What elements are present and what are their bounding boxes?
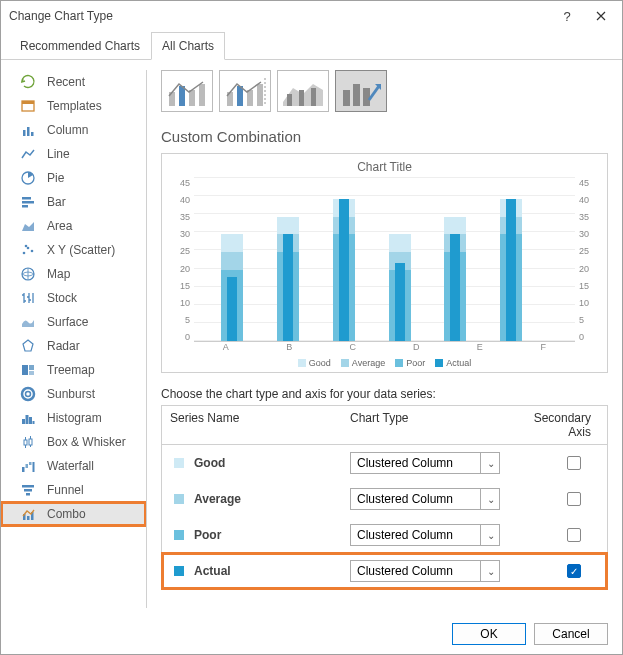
sidebar-item-label: Area: [47, 219, 138, 233]
sidebar-item-column[interactable]: Column: [1, 118, 146, 142]
subtype-clustered-line-secondary[interactable]: [219, 70, 271, 112]
chart-category-sidebar: Recent Templates Column Line Pie Bar Are…: [1, 60, 146, 618]
waterfall-icon: [19, 457, 37, 475]
histogram-icon: [19, 409, 37, 427]
secondary-axis-checkbox[interactable]: [567, 456, 581, 470]
x-axis: ABCDEF: [172, 342, 597, 352]
chart-preview: Chart Title 454035302520151050 454035302…: [161, 153, 608, 373]
chevron-down-icon: ⌄: [480, 453, 495, 473]
chart-legend: GoodAveragePoorActual: [172, 358, 597, 368]
subtype-icon: [223, 74, 267, 108]
sidebar-item-waterfall[interactable]: Waterfall: [1, 454, 146, 478]
sidebar-item-map[interactable]: Map: [1, 262, 146, 286]
header-secondary-axis: Secondary Axis: [502, 406, 607, 444]
svg-point-17: [22, 388, 34, 400]
subtype-custom-combination[interactable]: [335, 70, 387, 112]
chart-title: Chart Title: [172, 160, 597, 174]
sidebar-item-sunburst[interactable]: Sunburst: [1, 382, 146, 406]
header-series-name: Series Name: [162, 406, 342, 444]
sidebar-item-label: Column: [47, 123, 138, 137]
sidebar-item-scatter[interactable]: X Y (Scatter): [1, 238, 146, 262]
secondary-axis-checkbox[interactable]: ✓: [567, 564, 581, 578]
svg-rect-44: [299, 90, 304, 106]
sidebar-item-label: Line: [47, 147, 138, 161]
svg-rect-47: [353, 84, 360, 106]
svg-rect-33: [27, 516, 30, 520]
box-whisker-icon: [19, 433, 37, 451]
svg-rect-24: [29, 439, 32, 445]
sidebar-item-area[interactable]: Area: [1, 214, 146, 238]
svg-rect-6: [22, 197, 31, 200]
sidebar-item-label: Waterfall: [47, 459, 138, 473]
area-icon: [19, 217, 37, 235]
sidebar-item-label: Treemap: [47, 363, 138, 377]
stock-icon: [19, 289, 37, 307]
chart-type-select[interactable]: Clustered Column⌄: [350, 560, 500, 582]
series-row-poor: PoorClustered Column⌄: [162, 517, 607, 553]
tab-all-charts[interactable]: All Charts: [151, 32, 225, 60]
svg-rect-31: [26, 493, 30, 496]
column-icon: [19, 121, 37, 139]
line-icon: [19, 145, 37, 163]
map-icon: [19, 265, 37, 283]
svg-rect-42: [257, 84, 263, 106]
secondary-axis-checkbox[interactable]: [567, 528, 581, 542]
series-caption: Choose the chart type and axis for your …: [161, 387, 608, 401]
sidebar-item-histogram[interactable]: Histogram: [1, 406, 146, 430]
series-table-header: Series Name Chart Type Secondary Axis: [162, 406, 607, 445]
series-row-actual: ActualClustered Column⌄✓: [162, 553, 607, 589]
combo-subtype-row: [161, 70, 608, 112]
dialog-footer: OK Cancel: [1, 614, 622, 654]
sidebar-item-label: X Y (Scatter): [47, 243, 138, 257]
sidebar-item-label: Radar: [47, 339, 138, 353]
ok-button[interactable]: OK: [452, 623, 526, 645]
sidebar-item-pie[interactable]: Pie: [1, 166, 146, 190]
sidebar-item-label: Bar: [47, 195, 138, 209]
combo-icon: [19, 505, 37, 523]
recent-icon: [19, 73, 37, 91]
sidebar-item-label: Box & Whisker: [47, 435, 138, 449]
svg-rect-22: [33, 421, 35, 424]
close-button[interactable]: [584, 3, 618, 29]
subtype-stacked-area-column[interactable]: [277, 70, 329, 112]
sidebar-item-recent[interactable]: Recent: [1, 70, 146, 94]
svg-rect-25: [22, 467, 25, 472]
sidebar-item-templates[interactable]: Templates: [1, 94, 146, 118]
series-name-label: Good: [194, 456, 350, 470]
svg-rect-21: [29, 417, 32, 424]
secondary-axis-checkbox[interactable]: [567, 492, 581, 506]
sidebar-item-radar[interactable]: Radar: [1, 334, 146, 358]
sidebar-item-stock[interactable]: Stock: [1, 286, 146, 310]
sidebar-item-line[interactable]: Line: [1, 142, 146, 166]
header-chart-type: Chart Type: [342, 406, 502, 444]
sidebar-item-funnel[interactable]: Funnel: [1, 478, 146, 502]
subtype-clustered-line[interactable]: [161, 70, 213, 112]
chart-type-select[interactable]: Clustered Column⌄: [350, 452, 500, 474]
sidebar-item-label: Stock: [47, 291, 138, 305]
svg-rect-29: [22, 485, 34, 488]
help-button[interactable]: ?: [550, 3, 584, 29]
tab-recommended[interactable]: Recommended Charts: [9, 32, 151, 60]
series-swatch: [174, 458, 184, 468]
sidebar-item-label: Histogram: [47, 411, 138, 425]
sidebar-item-label: Templates: [47, 99, 138, 113]
sidebar-item-combo[interactable]: Combo: [1, 502, 146, 526]
sidebar-item-box-whisker[interactable]: Box & Whisker: [1, 430, 146, 454]
svg-rect-19: [22, 419, 25, 424]
svg-rect-7: [22, 201, 34, 204]
pie-icon: [19, 169, 37, 187]
cancel-button[interactable]: Cancel: [534, 623, 608, 645]
series-name-label: Poor: [194, 528, 350, 542]
sidebar-item-treemap[interactable]: Treemap: [1, 358, 146, 382]
chart-type-select[interactable]: Clustered Column⌄: [350, 488, 500, 510]
chevron-down-icon: ⌄: [480, 489, 495, 509]
sidebar-item-bar[interactable]: Bar: [1, 190, 146, 214]
sidebar-item-surface[interactable]: Surface: [1, 310, 146, 334]
chart-type-select[interactable]: Clustered Column⌄: [350, 524, 500, 546]
sunburst-icon: [19, 385, 37, 403]
svg-point-12: [25, 245, 28, 248]
svg-rect-14: [22, 365, 28, 375]
series-table: Series Name Chart Type Secondary Axis Go…: [161, 405, 608, 590]
series-row-good: GoodClustered Column⌄: [162, 445, 607, 481]
svg-rect-28: [33, 462, 35, 472]
